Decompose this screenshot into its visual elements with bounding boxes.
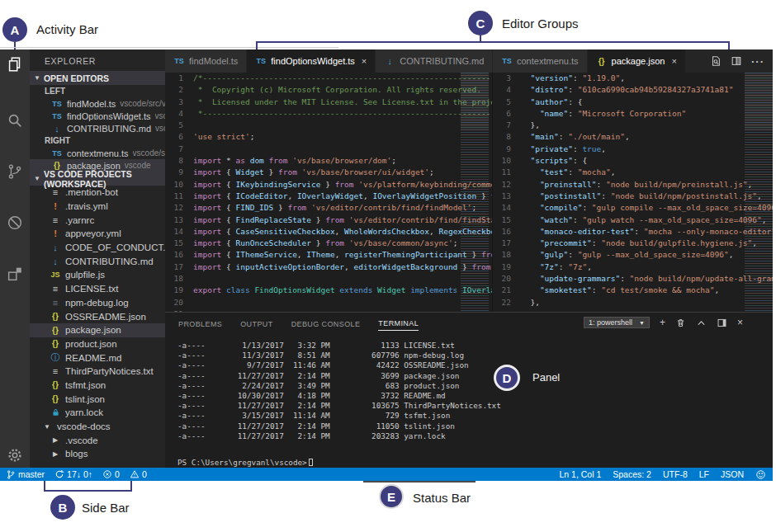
tree-item[interactable]: {}package.json	[30, 323, 165, 337]
warn-file-icon: !	[50, 228, 61, 238]
open-editors-header[interactable]: ▼OPEN EDITORS	[30, 71, 165, 85]
editor-group-2[interactable]: 3 "version": "1.19.0",4 "distro": "610ca…	[493, 73, 773, 312]
new-terminal-button[interactable]: +	[660, 317, 665, 328]
code-token: ,	[335, 249, 344, 261]
code-token: ITheme	[306, 249, 334, 261]
tree-item[interactable]: ≡npm-debug.log	[30, 296, 165, 310]
terminal-output[interactable]: -a---- 1/13/2017 3:32 PM 1133 LICENSE.tx…	[177, 341, 501, 441]
code-line: 15 "watch": "gulp watch --max_old_space_…	[493, 214, 773, 226]
search-icon[interactable]	[3, 109, 26, 132]
status-smiley[interactable]	[755, 469, 766, 480]
code-token: IOverlayWidget	[297, 191, 363, 202]
code-token: {	[226, 226, 235, 238]
code-line: 6'use strict';	[165, 131, 493, 143]
tree-item[interactable]: {}tslint.json	[30, 392, 165, 406]
code-line: 16import { IThemeService, ITheme, regist…	[165, 249, 493, 261]
code-token: :	[620, 273, 629, 285]
status-error[interactable]: 0	[102, 469, 120, 479]
tree-item[interactable]: ≡LICENSE.txt	[30, 282, 165, 296]
tree-item[interactable]: yarn.lock	[30, 406, 165, 420]
file-name: blogs	[65, 449, 88, 459]
status-lf[interactable]: LF	[699, 469, 709, 479]
panel-tab-output[interactable]: OUTPUT	[240, 317, 272, 331]
code-token: editorWidgetBackground	[354, 261, 458, 273]
code-token	[521, 144, 530, 155]
side-bar: EXPLORER ▼OPEN EDITORS LEFTTSfindModel.t…	[30, 49, 165, 468]
tree-item[interactable]: !.travis.yml	[30, 200, 165, 214]
tree-item[interactable]: {}tsfmt.json	[30, 379, 165, 393]
tree-item[interactable]: ▶blogs	[30, 447, 165, 461]
line-number: 7	[165, 144, 193, 155]
line-number: 13	[493, 191, 521, 202]
code-line: 17 "precommit": "node build/gulpfile.hyg…	[493, 238, 773, 249]
close-icon[interactable]: ×	[671, 56, 676, 66]
code-token	[521, 249, 540, 261]
panel-tab-terminal[interactable]: TERMINAL	[378, 316, 419, 331]
minimap[interactable]	[461, 73, 489, 312]
file-name: README.md	[65, 353, 121, 363]
editor-tab[interactable]: TScontextmenu.ts	[493, 49, 588, 73]
status-ln-1-col-1[interactable]: Ln 1, Col 1	[559, 469, 601, 479]
tree-item[interactable]: ↓CONTRIBUTING.md	[30, 254, 165, 268]
list-file-icon: ≡	[50, 284, 61, 294]
tree-item[interactable]: JSgulpfile.js	[30, 268, 165, 282]
tree-item[interactable]: ⓘREADME.md	[30, 351, 165, 365]
code-token: "watch"	[540, 214, 573, 226]
tree-item[interactable]: ↓CODE_OF_CONDUCT.md	[30, 241, 165, 255]
editor-tab[interactable]: ↓CONTRIBUTING.md	[376, 49, 493, 73]
tree-item[interactable]: ≡ThirdPartyNotices.txt	[30, 365, 165, 379]
status-sync[interactable]: 17↓ 0↑	[54, 469, 92, 479]
open-editor-item[interactable]: TScontextmenu.tsvscode/src/...	[30, 147, 165, 159]
editor-tab[interactable]: TSfindModel.ts	[165, 49, 247, 73]
code-line: 5	[165, 120, 493, 131]
tree-item[interactable]: ▼vscode-docs	[30, 420, 165, 434]
tree-item[interactable]: ≡.yarnrc	[30, 213, 165, 227]
tree-item[interactable]: {}product.json	[30, 337, 165, 351]
move-panel-button[interactable]	[717, 318, 727, 328]
terminal-select[interactable]: 1: powershell▼	[584, 317, 650, 328]
line-number: 22	[493, 297, 521, 308]
open-editor-item[interactable]: TSfindOptionsWidget.tsvsco...	[30, 110, 165, 122]
kill-terminal-button[interactable]	[675, 318, 686, 328]
status-json[interactable]: JSON	[721, 469, 744, 479]
status-branch[interactable]: master	[6, 469, 45, 480]
split-editor-icon[interactable]	[731, 55, 742, 67]
line-number: 13	[165, 214, 193, 226]
open-editor-item[interactable]: ↓CONTRIBUTING.mdvscode	[30, 122, 165, 134]
more-actions-icon[interactable]: ···	[751, 55, 764, 68]
debug-icon[interactable]	[3, 211, 26, 234]
code-token: CaseSensitiveCheckbox	[236, 226, 335, 238]
editor-group-1[interactable]: 1/*-------------------------------------…	[165, 73, 493, 312]
maximize-panel-button[interactable]	[696, 318, 707, 328]
file-name: .mention-bot	[65, 187, 118, 197]
code-line: 13 "postinstall": "node build/npm/postin…	[493, 191, 773, 202]
editor-tab[interactable]: TSfindOptionsWidget.ts×	[247, 49, 376, 73]
panel-tab-problems[interactable]: PROBLEMS	[178, 317, 222, 331]
code-token: ,	[344, 261, 353, 273]
open-editor-item[interactable]: TSfindModel.tsvscode/src/vs/...	[30, 97, 165, 110]
code-token: /*--------------------------------------…	[193, 73, 493, 84]
panel-tab-debug-console[interactable]: DEBUG CONSOLE	[291, 317, 361, 331]
close-panel-button[interactable]: ×	[737, 317, 743, 328]
file-tree: ≡.mention-bot!.travis.yml≡.yarnrc!appvey…	[30, 186, 165, 461]
workspace-header[interactable]: ▼VS CODE PROJECTS (WORKSPACE)	[30, 172, 165, 186]
line-number: 2	[165, 84, 193, 96]
status-spaces-2[interactable]: Spaces: 2	[613, 469, 651, 479]
terminal-prompt[interactable]: PS C:\Users\gregvanl\vscode>	[177, 458, 313, 467]
open-preview-icon[interactable]	[710, 55, 722, 67]
close-icon[interactable]: ×	[362, 56, 367, 66]
source-control-icon[interactable]	[3, 160, 26, 183]
tree-item[interactable]: {}OSSREADME.json	[30, 309, 165, 323]
extensions-icon[interactable]	[3, 262, 26, 285]
status-warning[interactable]: 0	[130, 469, 147, 479]
line-number: 16	[493, 226, 521, 238]
tree-item[interactable]: ▶.vscode	[30, 433, 165, 447]
editor-tab[interactable]: {}package.json×	[588, 49, 686, 73]
status-utf-8[interactable]: UTF-8	[663, 469, 688, 479]
minimap[interactable]	[745, 73, 773, 312]
files-icon[interactable]	[3, 53, 26, 76]
code-token: import	[193, 179, 226, 191]
gear-icon[interactable]	[3, 444, 26, 467]
tree-item[interactable]: !appveyor.yml	[30, 227, 165, 241]
chevron-down-icon: ▼	[34, 175, 40, 182]
